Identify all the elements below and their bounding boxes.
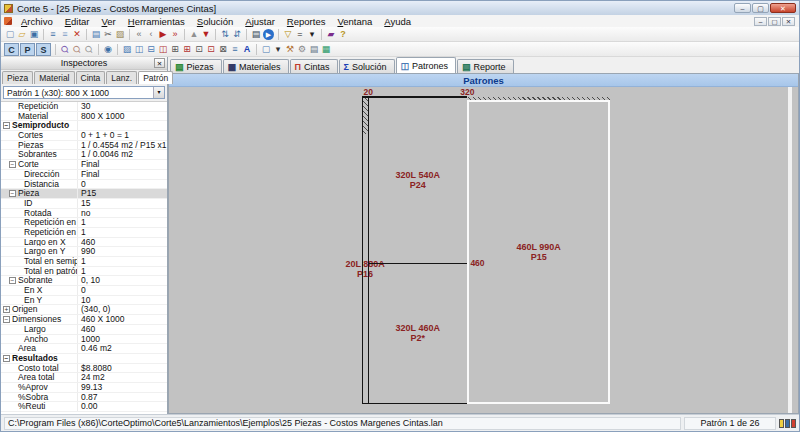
property-row-semiproducto[interactable]: −Semiproducto	[1, 121, 167, 131]
menu-item-herramientas[interactable]: Herramientas	[122, 16, 191, 27]
sort-desc-icon[interactable]: ⇵	[231, 28, 243, 41]
toggle-p-button[interactable]: P	[20, 43, 35, 56]
expand-toggle-icon[interactable]: +	[3, 306, 10, 313]
cut-icon[interactable]: ✂	[102, 28, 114, 41]
help-key-icon[interactable]: ?	[337, 28, 349, 41]
property-row-dimensiones[interactable]: −Dimensiones460 X 1000	[1, 315, 167, 325]
property-row-sobrantes[interactable]: Sobrantes1 / 0.0046 m2	[1, 150, 167, 160]
collapse-toggle-icon[interactable]: −	[3, 122, 10, 129]
property-row-largo[interactable]: Largo460	[1, 325, 167, 335]
globe-icon[interactable]: ◉	[102, 43, 114, 56]
property-row-cortes[interactable]: Cortes0 + 1 + 0 = 1	[1, 131, 167, 141]
maximize-button[interactable]: ▢	[752, 3, 769, 13]
tab-piezas[interactable]: ▤Piezas	[170, 59, 222, 73]
view-cell-red-icon[interactable]: ⊡	[205, 43, 217, 56]
view-grid-alt-icon[interactable]: ⊞	[181, 43, 193, 56]
insert-rows-icon[interactable]: ≡	[59, 28, 71, 41]
tools-icon[interactable]: ⚒	[284, 43, 296, 56]
open-file-icon[interactable]: ▱	[16, 28, 28, 41]
collapse-toggle-icon[interactable]: −	[9, 277, 16, 284]
property-row-origen[interactable]: +Origen(340, 0)	[1, 305, 167, 315]
pattern-selector[interactable]: Patrón 1 (x30): 800 X 1000 ▾	[3, 86, 165, 99]
property-row-costo-total[interactable]: Costo total$8.8080	[1, 364, 167, 374]
property-row-ancho[interactable]: Ancho1000	[1, 335, 167, 345]
menu-item-ver[interactable]: Ver	[96, 16, 122, 27]
tab-solucion[interactable]: ΣSolución	[339, 59, 395, 73]
view-vsplit-icon[interactable]: ◫	[133, 43, 145, 56]
view-list-icon[interactable]: ≡	[229, 43, 241, 56]
property-row-direccion[interactable]: DirecciónFinal	[1, 170, 167, 180]
view-hatch-icon[interactable]: ▨	[121, 43, 133, 56]
property-row-repeticion-en-y[interactable]: Repetición en Y1	[1, 228, 167, 238]
property-row-largo-en-x[interactable]: Largo en X460	[1, 238, 167, 248]
page-setup-icon[interactable]: ▢	[260, 43, 272, 56]
property-row-total-en-semiproducto[interactable]: Total en semiproducto1	[1, 257, 167, 267]
dropdown-caret-icon[interactable]: ▾	[153, 87, 164, 98]
mdi-close-button[interactable]: ✕	[782, 17, 795, 26]
property-row-aprov[interactable]: %Aprov99.13	[1, 383, 167, 393]
collapse-toggle-icon[interactable]: −	[9, 190, 16, 197]
last-record-icon[interactable]: »	[169, 28, 181, 41]
menu-item-reportes[interactable]: Reportes	[281, 16, 332, 27]
minimize-button[interactable]: –	[734, 3, 751, 13]
mdi-minimize-button[interactable]: –	[754, 17, 767, 26]
first-record-icon[interactable]: «	[133, 28, 145, 41]
inspector-tab-material[interactable]: Material	[34, 71, 74, 84]
property-row-rotada[interactable]: Rotadano	[1, 209, 167, 219]
menu-item-solucion[interactable]: Solución	[191, 16, 239, 27]
view-column-icon[interactable]: ◫	[157, 43, 169, 56]
property-row-corte[interactable]: −CorteFinal	[1, 160, 167, 170]
collapse-toggle-icon[interactable]: −	[3, 316, 10, 323]
filter-caret-icon[interactable]: ▾	[306, 28, 318, 41]
property-row-area-total[interactable]: Area total24 m2	[1, 373, 167, 383]
inspector-tab-patron[interactable]: Patrón	[138, 71, 173, 84]
tab-reporte[interactable]: ▤Reporte	[457, 59, 514, 73]
property-row-pieza[interactable]: −PiezaP15	[1, 189, 167, 199]
equals-filter-icon[interactable]: =	[294, 28, 306, 41]
toggle-c-button[interactable]: C	[4, 43, 19, 56]
inspector-tab-cinta[interactable]: Cinta	[76, 71, 106, 84]
pattern-canvas[interactable]: 320L 540AP2420L 880AP16460L 990AP15320L …	[169, 87, 798, 413]
property-row-area[interactable]: Area0.46 m2	[1, 344, 167, 354]
options-gear-icon[interactable]: ⚙	[296, 43, 308, 56]
collapse-toggle-icon[interactable]: −	[3, 355, 10, 362]
menu-item-archivo[interactable]: Archivo	[15, 16, 59, 27]
print-icon[interactable]: ▤	[308, 43, 320, 56]
filter-icon[interactable]: ▽	[282, 28, 294, 41]
piece-p15[interactable]: 460L 990AP15	[467, 100, 610, 404]
property-row-piezas[interactable]: Piezas1 / 0.4554 m2 / P15 x1	[1, 141, 167, 151]
sort-asc-icon[interactable]: ⇅	[219, 28, 231, 41]
view-cross-icon[interactable]: ⊠	[217, 43, 229, 56]
collapse-toggle-icon[interactable]: −	[9, 161, 16, 168]
property-row-material[interactable]: Material800 X 1000	[1, 112, 167, 122]
property-row-repeticion-en-x[interactable]: Repetición en X1	[1, 218, 167, 228]
move-up-icon[interactable]: ▲	[188, 28, 200, 41]
report-icon[interactable]: ▤	[250, 28, 262, 41]
tab-materiales[interactable]: ▦Materiales	[223, 59, 289, 73]
delete-icon[interactable]: ✕	[71, 28, 83, 41]
property-row-reuti[interactable]: %Reuti0.00	[1, 402, 167, 412]
inspector-tab-lanz[interactable]: Lanz.	[106, 71, 137, 84]
property-row-en-x[interactable]: En X0	[1, 286, 167, 296]
property-row-largo-en-y[interactable]: Largo en Y990	[1, 247, 167, 257]
property-row-distancia[interactable]: Distancia0	[1, 180, 167, 190]
tab-cintas[interactable]: ΠCintas	[290, 59, 338, 73]
move-down-icon[interactable]: ▼	[200, 28, 212, 41]
palette-icon[interactable]: ▦	[320, 43, 332, 56]
property-row-resultados[interactable]: −Resultados	[1, 354, 167, 364]
close-panel-button[interactable]: ✕	[154, 58, 165, 68]
view-cell-icon[interactable]: ⊡	[193, 43, 205, 56]
mdi-restore-button[interactable]: ▢	[768, 17, 781, 26]
save-icon[interactable]: ▣	[28, 28, 40, 41]
property-row-sobra[interactable]: %Sobra0.87	[1, 393, 167, 403]
prev-record-icon[interactable]: ‹	[145, 28, 157, 41]
append-rows-icon[interactable]: ≡	[47, 28, 59, 41]
view-hsplit-icon[interactable]: ⊟	[145, 43, 157, 56]
zoom-out-icon[interactable]: Ϙ	[80, 40, 98, 58]
property-row-repeticion[interactable]: Repetición30	[1, 102, 167, 112]
property-row-id[interactable]: ID15	[1, 199, 167, 209]
menu-item-editar[interactable]: Editar	[59, 16, 96, 27]
menu-item-ventana[interactable]: Ventana	[331, 16, 378, 27]
run-solution-icon[interactable]: ▶	[263, 29, 274, 40]
toggle-s-button[interactable]: S	[36, 43, 51, 56]
